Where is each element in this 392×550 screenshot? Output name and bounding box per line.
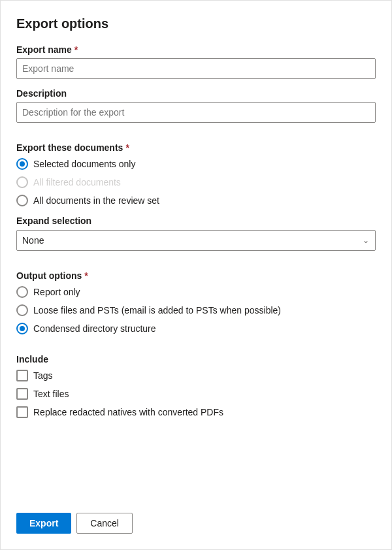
export-name-required: * [74, 44, 78, 55]
radio-all-filtered: All filtered documents [16, 176, 376, 188]
checkbox-text-files-box [16, 388, 28, 400]
footer-buttons: Export Cancel [16, 513, 133, 534]
radio-report-only[interactable]: Report only [16, 286, 376, 298]
radio-selected-docs[interactable]: Selected documents only [16, 158, 376, 170]
radio-all-review-label: All documents in the review set [33, 195, 159, 206]
radio-condensed-circle [16, 323, 28, 334]
radio-all-filtered-circle [16, 176, 28, 188]
output-options-required: * [84, 270, 88, 281]
checkbox-text-files-label: Text files [33, 389, 69, 399]
radio-condensed-label: Condensed directory structure [33, 323, 156, 334]
checkbox-replace-redacted-box [16, 406, 28, 418]
include-section: Include Tags Text files Replace redacted… [16, 354, 376, 418]
export-docs-label: Export these documents * [16, 142, 376, 153]
include-checkbox-group: Tags Text files Replace redacted natives… [16, 370, 376, 418]
page-title: Export options [16, 16, 376, 31]
radio-report-only-circle [16, 286, 28, 298]
output-options-radio-group: Report only Loose files and PSTs (email … [16, 286, 376, 334]
export-name-label: Export name * [16, 44, 376, 55]
description-section: Description [16, 88, 376, 123]
output-options-label: Output options * [16, 270, 376, 281]
radio-all-filtered-label: All filtered documents [33, 177, 121, 187]
checkbox-replace-redacted[interactable]: Replace redacted natives with converted … [16, 406, 376, 418]
checkbox-text-files[interactable]: Text files [16, 388, 376, 400]
radio-loose-files-circle [16, 304, 28, 316]
checkbox-replace-redacted-label: Replace redacted natives with converted … [33, 407, 223, 417]
radio-loose-files[interactable]: Loose files and PSTs (email is added to … [16, 304, 376, 316]
expand-selection-wrapper: None Threads Attachments Threads and att… [16, 230, 376, 251]
checkbox-tags-label: Tags [33, 370, 53, 381]
radio-report-only-label: Report only [33, 287, 80, 297]
radio-all-review-circle [16, 195, 28, 206]
radio-loose-files-label: Loose files and PSTs (email is added to … [33, 305, 281, 315]
radio-selected-docs-circle [16, 158, 28, 170]
description-input[interactable] [16, 102, 376, 123]
page-container: Export options Export name * Description… [0, 0, 392, 550]
checkbox-tags-box [16, 370, 28, 381]
checkbox-tags[interactable]: Tags [16, 370, 376, 381]
radio-condensed[interactable]: Condensed directory structure [16, 323, 376, 334]
export-name-input[interactable] [16, 58, 376, 79]
radio-all-review[interactable]: All documents in the review set [16, 195, 376, 206]
export-docs-required: * [125, 142, 129, 153]
expand-selection-label: Expand selection [16, 216, 376, 226]
radio-selected-docs-label: Selected documents only [33, 159, 135, 169]
export-docs-section: Export these documents * Selected docume… [16, 142, 376, 206]
export-button[interactable]: Export [16, 513, 71, 534]
expand-selection-dropdown[interactable]: None Threads Attachments Threads and att… [16, 230, 376, 251]
expand-selection-section: Expand selection None Threads Attachment… [16, 216, 376, 251]
cancel-button[interactable]: Cancel [76, 513, 133, 534]
description-label: Description [16, 88, 376, 99]
export-name-section: Export name * [16, 44, 376, 79]
output-options-section: Output options * Report only Loose files… [16, 270, 376, 334]
export-docs-radio-group: Selected documents only All filtered doc… [16, 158, 376, 206]
include-label: Include [16, 354, 376, 364]
